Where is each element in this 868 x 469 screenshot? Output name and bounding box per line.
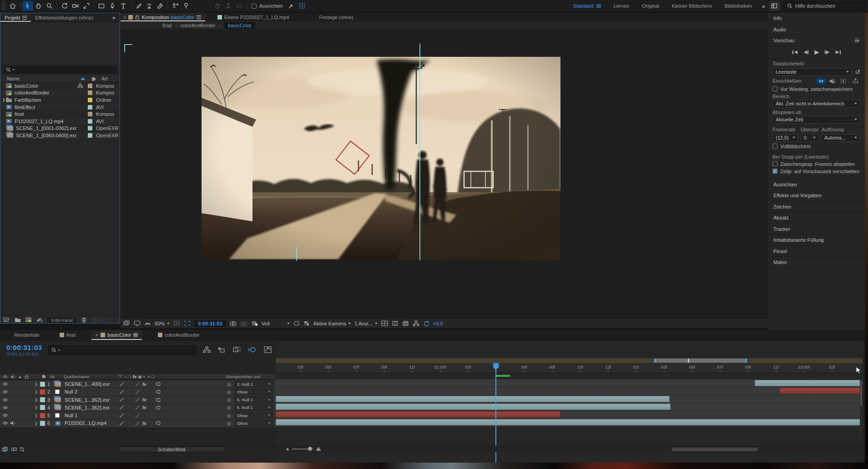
expander-icon[interactable]: ❯ [35, 404, 38, 411]
onstop-option2[interactable]: ✓ Zeitp. auf Vorschauzeit verschieben [772, 169, 860, 174]
eye-icon[interactable] [2, 404, 8, 411]
time-ruler[interactable]: 03f05f07f09f11f31:00f02f04f06f08f10f12f0… [276, 363, 863, 373]
playfrom-select[interactable]: Aktuelle Zeit [772, 116, 860, 124]
sampling-switch[interactable]: ／ [135, 396, 140, 404]
home-icon[interactable] [7, 1, 18, 11]
shortcut-select[interactable]: Leertaste [772, 68, 852, 76]
layer-name[interactable]: SCENE_1...400].exr [65, 380, 116, 388]
project-item[interactable]: ❯ Farbflächen Ordner [0, 96, 120, 104]
project-columns-header[interactable]: Name Art . [0, 75, 120, 82]
expander-icon[interactable]: ❯ [35, 419, 38, 427]
graph-editor-icon[interactable] [264, 346, 272, 353]
workspace-bibliotheken[interactable]: Bibliotheken [718, 3, 758, 9]
primary-viewer-icon[interactable] [134, 320, 141, 326]
label-chip[interactable] [88, 90, 92, 95]
sampling-switch[interactable]: ／ [135, 388, 140, 395]
timeline-layer-row[interactable]: ❯ 3 SCENE_1...362].exr ／ fx ◎ 5. Null 1 [0, 396, 276, 404]
tab-effekteinstellungen[interactable]: Effekteinstellungen (ohne) [31, 13, 97, 22]
zoom-select[interactable]: 50% [155, 321, 170, 326]
region-of-interest-icon[interactable] [184, 320, 191, 326]
cache-before-playback-row[interactable]: Vor Wiederg. zwischenspeichern [772, 86, 860, 92]
expander-icon[interactable]: ❯ [35, 396, 38, 404]
tab-projekt[interactable]: Projekt [0, 13, 31, 22]
expander-icon[interactable]: ❯ [35, 388, 38, 395]
layer-track[interactable] [276, 379, 863, 387]
range-select[interactable]: Akt. Zeit nicht in Arbeitsbereich [772, 100, 860, 108]
viewer-timecode[interactable]: 0:00:31:03 [194, 320, 226, 327]
mask-visibility-icon[interactable] [297, 1, 308, 11]
panel-audio[interactable]: Audio [768, 24, 865, 35]
new-folder-icon[interactable] [15, 317, 21, 322]
project-item[interactable]: ❯ filmEffect AVI [0, 104, 120, 111]
panel-menu-icon[interactable] [855, 39, 859, 42]
panel-menu-icon[interactable] [133, 333, 138, 337]
snapshot-camera-icon[interactable] [230, 321, 237, 326]
cache-checkbox[interactable] [772, 86, 777, 91]
framerate-select[interactable]: (12,5) [772, 134, 798, 142]
clone-stamp-tool-icon[interactable] [144, 1, 155, 11]
parent-select[interactable]: Ohne [235, 420, 273, 426]
quality-switch[interactable] [119, 412, 124, 419]
breadcrumb-final[interactable]: final [162, 23, 172, 28]
pan-behind-tool-icon[interactable] [81, 1, 92, 11]
move-time-checkbox[interactable]: ✓ [772, 169, 777, 174]
cached-frames-checkbox[interactable] [772, 161, 777, 166]
parent-pickwhip-icon[interactable]: ◎ [227, 380, 231, 388]
roto-brush-tool-icon[interactable] [170, 1, 181, 11]
label-column-icon[interactable] [91, 77, 96, 81]
workspace-overflow[interactable]: » [758, 3, 769, 10]
effects-switch[interactable]: fx [142, 404, 146, 411]
flowchart-icon[interactable] [413, 320, 419, 326]
panel-menu-icon[interactable] [22, 16, 27, 20]
new-composition-icon[interactable] [25, 317, 31, 322]
layer-name[interactable]: Null 2 [65, 388, 116, 395]
quality-switch[interactable] [119, 380, 124, 388]
layer-label-chip[interactable] [40, 421, 45, 426]
color-depth-button[interactable]: 8-Bit-Kanal [47, 317, 77, 323]
zoom-out-icon[interactable] [286, 448, 289, 450]
pen-tool-icon[interactable] [107, 1, 118, 11]
views-select[interactable]: 1 Ansi... [354, 321, 377, 326]
timeline-layer-row[interactable]: ❯ 1 SCENE_1...400].exr ／ fx ◎ 2. Null 2 [0, 380, 276, 388]
composition-stage[interactable] [121, 30, 768, 318]
expander-icon[interactable]: ❯ [35, 412, 38, 419]
layer-name[interactable]: SCENE_1...362].exr [65, 404, 116, 411]
fullscreen-checkbox[interactable] [772, 144, 777, 149]
reset-icon[interactable]: ↺ [855, 68, 860, 75]
eye-icon[interactable] [2, 380, 8, 388]
show-snapshot-icon[interactable] [240, 321, 247, 326]
breadcrumb-colorandborder[interactable]: colorAndBorder [181, 23, 215, 28]
layer-track[interactable] [276, 411, 863, 419]
breadcrumb-basiccolor[interactable]: basicColor [224, 22, 255, 29]
include-video-icon[interactable] [816, 78, 826, 85]
effects-switch[interactable]: fx [142, 396, 146, 404]
layer-label-chip[interactable] [40, 413, 45, 418]
project-item[interactable]: ❯ SCENE_1_[0360-0400].exr OpenEXR [0, 132, 120, 139]
workspace-lernen[interactable]: Lernen [607, 3, 636, 9]
workspace-menu-icon[interactable] [596, 4, 601, 8]
layer-track[interactable] [276, 403, 863, 411]
tab-ebene[interactable]: Ebene P1020027_1_LQ.mp4 [213, 13, 293, 21]
panel-tracker[interactable]: Tracker [768, 224, 865, 235]
workspace-standard[interactable]: Standard [567, 3, 607, 9]
workspace-kleiner-bildschirm[interactable]: Kleiner Bildschirm [666, 3, 718, 9]
label-chip[interactable] [88, 98, 92, 102]
panel-inhaltsbasierte-f-llung[interactable]: Inhaltsbasierte Füllung [768, 234, 865, 246]
search-options-chevron[interactable] [13, 69, 15, 70]
unlock-icon[interactable] [135, 15, 139, 20]
onstop-option1[interactable]: Zwischengesp. Frames abspielen [772, 161, 860, 167]
playhead-line[interactable] [495, 363, 496, 469]
quality-switch[interactable] [119, 396, 124, 404]
panel-zeichen[interactable]: Zeichen [768, 201, 865, 213]
motion-blur-switch[interactable] [155, 396, 161, 404]
hand-tool-icon[interactable] [33, 1, 44, 11]
sampling-switch[interactable]: ／ [135, 412, 140, 419]
next-frame-button[interactable] [824, 50, 830, 55]
parent-pickwhip-icon[interactable]: ◎ [227, 404, 231, 411]
parent-select[interactable]: 5. Null 1 [235, 397, 273, 403]
eraser-tool-icon[interactable] [155, 1, 166, 11]
label-chip[interactable] [88, 105, 92, 110]
expand-inout-icon[interactable] [20, 447, 25, 452]
last-frame-button[interactable] [835, 50, 841, 55]
parent-select[interactable]: 2. Null 2 [235, 381, 273, 387]
